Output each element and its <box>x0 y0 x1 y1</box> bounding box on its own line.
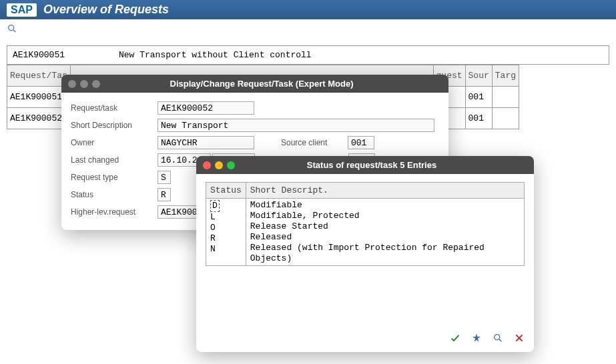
svg-point-0 <box>9 25 14 31</box>
dialog-footer <box>196 327 534 352</box>
status-table: Status Short Descript. D L O R N Modifia… <box>206 182 525 266</box>
status-desc-cell: Modifiable Modifiable, Protected Release… <box>246 199 524 266</box>
cell-target <box>492 87 519 108</box>
window-minimize-icon[interactable] <box>80 80 88 88</box>
app-header: SAP Overview of Requests <box>0 0 616 19</box>
col-source: Sour <box>465 65 492 87</box>
label-last-changed: Last changed <box>71 155 158 165</box>
dialog-body: Status Short Descript. D L O R N Modifia… <box>196 174 534 327</box>
window-close-icon[interactable] <box>68 80 76 88</box>
label-higher: Higher-lev.request <box>71 207 158 217</box>
window-close-icon[interactable] <box>203 161 211 169</box>
search-icon[interactable] <box>7 27 17 36</box>
request-type-field[interactable] <box>158 171 171 184</box>
label-short-desc: Short Description <box>71 121 158 130</box>
status-field[interactable] <box>158 188 171 201</box>
col-desc: Short Descript. <box>246 183 524 199</box>
status-code[interactable]: R <box>210 233 242 244</box>
label-source-client: Source client <box>281 138 348 147</box>
status-desc: Modifiable, Protected <box>250 211 520 221</box>
status-codes-cell[interactable]: D L O R N <box>206 199 246 266</box>
label-owner: Owner <box>71 138 158 147</box>
status-code[interactable]: L <box>210 212 242 223</box>
dialog-title: Display/Change Request/Task (Expert Mode… <box>108 79 415 89</box>
status-desc: Release Started <box>250 221 520 232</box>
window-zoom-icon[interactable] <box>227 161 235 169</box>
dialog-titlebar[interactable]: Status of request/task 5 Entries <box>196 156 534 174</box>
label-request-type: Request type <box>71 173 158 182</box>
owner-field[interactable] <box>158 136 254 149</box>
cell-source: 001 <box>465 87 492 108</box>
status-desc: Released (with Import Protection for Rep… <box>250 243 520 264</box>
dialog-title: Status of request/task 5 Entries <box>243 160 501 170</box>
find-icon[interactable] <box>493 333 503 345</box>
cancel-icon[interactable] <box>514 333 525 345</box>
toolbar <box>0 19 616 40</box>
status-code[interactable]: D <box>210 200 220 212</box>
status-code[interactable]: N <box>210 244 242 255</box>
request-header-desc: New Transport without Client controll <box>119 50 312 60</box>
sap-logo: SAP <box>7 3 37 17</box>
col-status: Status <box>206 183 246 199</box>
page-title: Overview of Requests <box>43 3 169 17</box>
status-code[interactable]: O <box>210 223 242 233</box>
label-status: Status <box>71 190 158 199</box>
window-zoom-icon[interactable] <box>92 80 100 88</box>
cell-target <box>492 108 519 129</box>
svg-line-4 <box>499 339 501 341</box>
status-desc: Released <box>250 232 520 243</box>
source-client-field[interactable] <box>348 136 374 149</box>
request-header: AE1K900051 New Transport without Client … <box>7 45 609 65</box>
bookmark-icon[interactable] <box>471 333 482 345</box>
dialog-status-entries: Status of request/task 5 Entries Status … <box>196 156 534 352</box>
request-header-id: AE1K900051 <box>13 50 93 60</box>
svg-marker-2 <box>473 333 481 342</box>
svg-line-1 <box>13 30 15 32</box>
label-request-task: Request/task <box>71 103 158 113</box>
col-target: Targ <box>492 65 519 87</box>
request-task-field[interactable] <box>158 101 254 115</box>
window-minimize-icon[interactable] <box>215 161 223 169</box>
short-desc-field[interactable] <box>158 119 434 132</box>
status-desc: Modifiable <box>250 200 520 211</box>
confirm-icon[interactable] <box>450 333 460 345</box>
dialog-titlebar[interactable]: Display/Change Request/Task (Expert Mode… <box>61 75 448 93</box>
svg-point-3 <box>495 335 500 340</box>
cell-source: 001 <box>465 108 492 129</box>
